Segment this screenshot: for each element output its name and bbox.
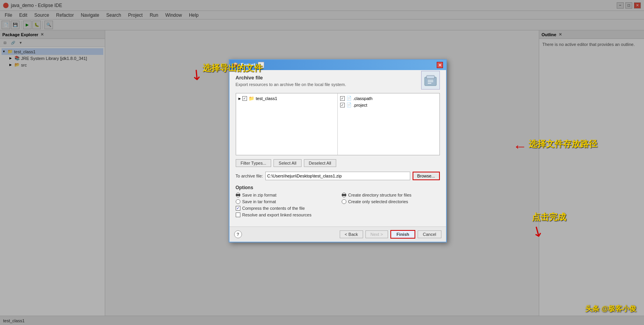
filter-types-btn[interactable]: Filter Types... xyxy=(236,159,272,167)
option-compress: ✓ Compress the contents of the file xyxy=(236,206,334,211)
dialog-title: Export xyxy=(241,62,256,68)
options-right-col: Create directory structure for files Cre… xyxy=(342,193,440,217)
arrow-left-1: ← xyxy=(513,138,527,155)
dialog-footer: ? < Back Next > Finish Cancel xyxy=(229,227,446,242)
option-zip-label: Save in zip format xyxy=(242,193,277,197)
archive-input[interactable] xyxy=(265,172,410,180)
classpath-label: .classpath xyxy=(353,96,373,101)
expand-arrow: ▶ xyxy=(238,97,241,100)
dialog-body: Archive file Export resources to an arch… xyxy=(229,70,446,227)
export-dialog: 📦 Export □ ✕ Archive file Export resourc… xyxy=(229,59,447,242)
file-project[interactable]: ✓ 📄 .project xyxy=(339,102,438,108)
project-checkbox[interactable]: ✓ xyxy=(242,96,247,101)
dialog-titlebar: 📦 Export □ ✕ xyxy=(229,60,446,70)
filter-buttons: Filter Types... Select All Deselect All xyxy=(236,159,440,167)
finish-btn[interactable]: Finish xyxy=(390,230,415,239)
option-zip: Save in zip format xyxy=(236,193,334,197)
file-right-panel: ✓ 📄 .classpath ✓ 📄 .project xyxy=(338,93,439,155)
project-file-icon: 📄 xyxy=(346,102,352,107)
cancel-btn[interactable]: Cancel xyxy=(418,230,441,238)
modal-overlay: 📦 Export □ ✕ Archive file Export resourc… xyxy=(0,0,644,325)
dialog-section-title: Archive file xyxy=(236,75,421,81)
back-btn[interactable]: < Back xyxy=(340,230,363,238)
option-tar: Save in tar format xyxy=(236,199,334,204)
radio-zip[interactable] xyxy=(236,193,240,197)
option-resolve-label: Resolve and export linked resources xyxy=(242,213,312,217)
checkbox-resolve[interactable] xyxy=(236,213,240,217)
select-path-annotation: 选择文件存放路径 ← xyxy=(529,138,597,150)
svg-rect-1 xyxy=(427,76,434,79)
project-file-label: test_class1 xyxy=(256,96,277,101)
classpath-checkbox[interactable]: ✓ xyxy=(340,96,345,101)
project-folder-icon: 📁 xyxy=(249,96,254,101)
dialog-section-desc: Export resources to an archive file on t… xyxy=(236,82,421,87)
option-sel-dirs-label: Create only selected directories xyxy=(348,199,408,204)
classpath-icon: 📄 xyxy=(346,96,352,101)
dialog-close-btn[interactable]: ✕ xyxy=(437,62,443,68)
file-tree-project[interactable]: ▶ ✓ 📁 test_class1 xyxy=(238,95,336,102)
option-tar-label: Save in tar format xyxy=(242,199,276,204)
option-dir-struct: Create directory structure for files xyxy=(342,193,440,197)
help-btn[interactable]: ? xyxy=(234,230,242,238)
options-title: Options xyxy=(236,185,440,190)
deselect-all-btn[interactable]: Deselect All xyxy=(304,159,336,167)
option-resolve: Resolve and export linked resources xyxy=(236,213,334,217)
option-dir-struct-label: Create directory structure for files xyxy=(348,193,412,197)
select-path-text: 选择文件存放路径 xyxy=(529,138,597,150)
select-all-btn[interactable]: Select All xyxy=(273,159,301,167)
dialog-header-icon xyxy=(421,71,440,90)
dialog-maximize-btn[interactable]: □ xyxy=(258,62,264,68)
click-finish-text: 点击完成 xyxy=(532,211,566,223)
dialog-icon: 📦 xyxy=(233,62,238,68)
options-section: Options Save in zip format Save in tar f… xyxy=(236,185,440,217)
archive-row: To archive file: Browse... xyxy=(236,172,440,180)
arrow-down-1: ↘ xyxy=(187,64,206,84)
file-panels: ▶ ✓ 📁 test_class1 ✓ 📄 .classpath ✓ 📄 xyxy=(236,93,440,155)
click-finish-annotation: 点击完成 ↘ xyxy=(532,211,566,239)
project-file-label2: .project xyxy=(353,103,367,107)
archive-label: To archive file: xyxy=(236,174,263,178)
radio-tar[interactable] xyxy=(236,199,240,204)
radio-sel-dirs[interactable] xyxy=(342,199,346,204)
options-left-col: Save in zip format Save in tar format ✓ … xyxy=(236,193,334,217)
radio-dir-struct[interactable] xyxy=(342,193,346,197)
option-compress-label: Compress the contents of the file xyxy=(242,206,305,211)
project-checkbox2[interactable]: ✓ xyxy=(340,103,345,107)
checkbox-compress[interactable]: ✓ xyxy=(236,206,240,211)
next-btn[interactable]: Next > xyxy=(365,230,388,238)
arrow-down-2: ↘ xyxy=(529,221,547,241)
file-left-panel: ▶ ✓ 📁 test_class1 xyxy=(236,93,338,155)
option-sel-dirs: Create only selected directories xyxy=(342,199,440,204)
file-classpath[interactable]: ✓ 📄 .classpath xyxy=(339,95,438,102)
select-files-annotation: ↘ 选择导出的文件 xyxy=(191,66,203,83)
options-cols: Save in zip format Save in tar format ✓ … xyxy=(236,193,440,217)
browse-btn[interactable]: Browse... xyxy=(413,172,440,180)
